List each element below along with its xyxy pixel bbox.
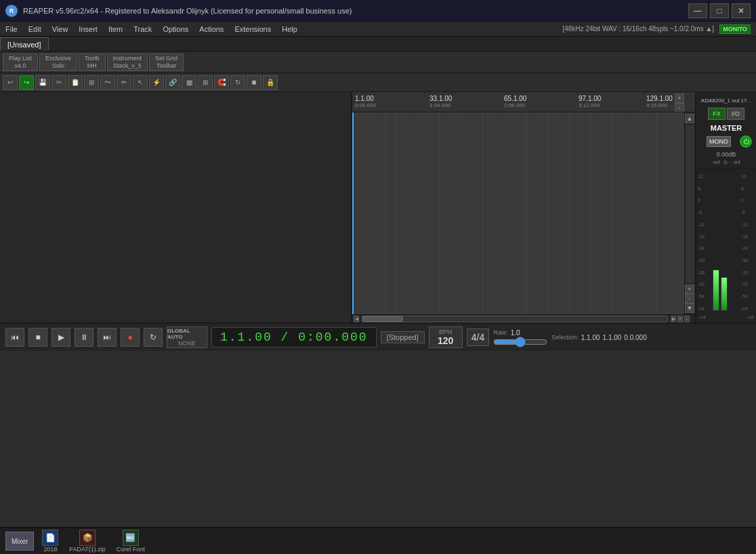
- zoom-out-h-button[interactable]: -: [685, 294, 694, 303]
- close-button[interactable]: ✕: [732, 3, 751, 18]
- zoom-in-timeline-button[interactable]: +: [677, 316, 683, 322]
- window-controls: — □ ✕: [688, 3, 751, 18]
- selection-end: 1.1.00: [603, 334, 622, 341]
- toolbar-group-1: Play List v4.0 Exclusive Solo Toolb MH I…: [3, 54, 184, 71]
- scrollbar-track: [362, 316, 668, 322]
- minimize-button[interactable]: —: [688, 3, 707, 18]
- menu-item[interactable]: Item: [103, 22, 128, 37]
- selection-label: Selection:: [551, 334, 579, 341]
- rate-label: Rate:: [493, 329, 508, 336]
- menu-view[interactable]: View: [47, 22, 74, 37]
- master-power-button[interactable]: ⏻: [740, 135, 752, 148]
- instrument-stack-button[interactable]: Instrument Stack_v_5: [107, 54, 148, 71]
- paste-icon[interactable]: 📋: [68, 75, 83, 90]
- menu-track[interactable]: Track: [128, 22, 157, 37]
- zoom-out-v-button[interactable]: -: [675, 103, 684, 112]
- tab-unsaved[interactable]: [Unsaved]: [0, 37, 49, 51]
- monitor-button[interactable]: MONITO: [719, 24, 751, 34]
- tab-bar: [Unsaved]: [0, 37, 756, 51]
- menu-insert[interactable]: Insert: [73, 22, 103, 37]
- split-icon[interactable]: ⚡: [149, 75, 164, 90]
- exclusive-solo-button[interactable]: Exclusive Solo: [39, 54, 77, 71]
- master-label: MASTER: [699, 123, 753, 133]
- scroll-left-button[interactable]: ◀: [354, 316, 359, 322]
- taskbar-item-2018[interactable]: 📄 2018: [39, 528, 61, 554]
- goto-start-button[interactable]: ⏮: [5, 328, 24, 347]
- mixer-tab[interactable]: Mixer: [5, 532, 34, 551]
- scrollbar-thumb[interactable]: [362, 316, 403, 322]
- menu-extensions[interactable]: Extensions: [229, 22, 276, 37]
- bpm-value[interactable]: 120: [438, 335, 453, 346]
- group-icon[interactable]: ⊞: [84, 75, 99, 90]
- snap-icon[interactable]: 🧲: [214, 75, 229, 90]
- zoom-in-v-button[interactable]: +: [675, 93, 684, 103]
- waveform-icon[interactable]: ▦: [182, 75, 196, 90]
- scroll-down-button[interactable]: ▼: [685, 303, 694, 313]
- horizontal-scrollbar[interactable]: ◀ ▶ + -: [352, 314, 695, 322]
- zoom-cluster: + -: [675, 93, 684, 112]
- zoom-out-timeline-button[interactable]: -: [684, 316, 690, 322]
- scroll-right-button[interactable]: ▶: [671, 316, 676, 322]
- cut-icon[interactable]: ✂: [51, 75, 66, 90]
- loop-icon[interactable]: ↻: [230, 75, 245, 90]
- ruler-mark-65: 65.1.00 2:08.000: [504, 95, 526, 108]
- menu-bar: File Edit View Insert Item Track Options…: [0, 22, 756, 37]
- maximize-button[interactable]: □: [710, 3, 729, 18]
- selection-start: 1.1.00: [581, 334, 600, 341]
- taskbar-item-fadat[interactable]: 📦 FADAT(1).zip: [66, 528, 108, 554]
- rate-slider[interactable]: [493, 338, 547, 346]
- rate-area: Rate: 1.0: [493, 329, 547, 346]
- loop-button[interactable]: ↻: [144, 328, 163, 347]
- stop-button[interactable]: ■: [28, 328, 47, 347]
- record-mode-icon[interactable]: ⏺: [247, 75, 261, 90]
- taskbar-item-corel[interactable]: 🔤 Corel Font: [114, 528, 148, 554]
- right-panel-header: ADA8200_1 out 17... FX I/O MASTER MONO ⏻…: [696, 92, 756, 169]
- time-display[interactable]: 1.1.00 / 0:00.000: [211, 327, 377, 347]
- record-button[interactable]: ●: [121, 328, 140, 347]
- ruler-mark-97: 97.1.00 3:12.000: [579, 95, 601, 108]
- meter-top-labels: -inf 0- -inf: [699, 159, 753, 165]
- grid-icon[interactable]: ⊞: [198, 75, 213, 90]
- scroll-up-button[interactable]: ▲: [685, 114, 694, 123]
- selection-length: 0.0.000: [624, 334, 646, 341]
- io-button[interactable]: I/O: [727, 108, 744, 120]
- meter-area: 12 6- 0 -6 -12 -16 -24 -30 -36 -42 -54 -…: [696, 169, 756, 322]
- lock-icon[interactable]: 🔒: [263, 75, 278, 90]
- vertical-scrollbar-thumb[interactable]: [686, 125, 694, 283]
- playlist-button[interactable]: Play List v4.0: [3, 54, 38, 71]
- menu-edit[interactable]: Edit: [23, 22, 47, 37]
- selection-area: Selection: 1.1.00 1.1.00 0.0.000: [551, 334, 647, 341]
- reaper-logo: R: [5, 5, 18, 17]
- menu-options[interactable]: Options: [157, 22, 194, 37]
- select-icon[interactable]: ↖: [133, 75, 148, 90]
- set-grid-button[interactable]: Set Grid Toolbar: [149, 54, 184, 71]
- fx-button[interactable]: FX: [708, 108, 726, 120]
- play-button[interactable]: ▶: [51, 328, 70, 347]
- envelope-icon[interactable]: 〜: [100, 75, 115, 90]
- toolbar2: ↩ ↪ 💾 ✂ 📋 ⊞ 〜 ✏ ↖ ⚡ 🔗 ▦ ⊞ 🧲 ↻ ⏺ 🔒: [0, 73, 756, 92]
- menu-file[interactable]: File: [0, 22, 23, 37]
- save-icon[interactable]: 💾: [35, 75, 50, 90]
- timesig-display[interactable]: 4/4: [467, 328, 489, 346]
- zoom-in-h-button[interactable]: +: [685, 284, 694, 294]
- pencil-icon[interactable]: ✏: [117, 75, 131, 90]
- arrange-canvas[interactable]: ▲ + - ▼: [352, 112, 695, 314]
- menu-actions[interactable]: Actions: [194, 22, 229, 37]
- arrange-area: 1.1.00 0:00.000 33.1.00 1:04.000 65.1.00…: [352, 92, 695, 322]
- redo-icon[interactable]: ↪: [19, 75, 34, 90]
- ruler-mark-129: 129.1.00 4:16.000: [646, 95, 673, 108]
- global-auto-box: GLOBAL AUTO NONE: [167, 326, 207, 348]
- menu-help[interactable]: Help: [276, 22, 303, 37]
- goto-end-button[interactable]: ⏭: [98, 328, 117, 347]
- global-auto-value: NONE: [178, 340, 196, 347]
- meter-bar-right: [721, 277, 728, 312]
- track-panel: [0, 92, 352, 322]
- taskbar-icon-2018: 📄: [42, 530, 58, 546]
- toolb-mh-button[interactable]: Toolb MH: [79, 54, 106, 71]
- undo-icon[interactable]: ↩: [3, 75, 18, 90]
- pause-button[interactable]: ⏸: [75, 328, 93, 347]
- timeline-ruler: 1.1.00 0:00.000 33.1.00 1:04.000 65.1.00…: [352, 92, 695, 112]
- glue-icon[interactable]: 🔗: [165, 75, 180, 90]
- mono-button[interactable]: MONO: [707, 136, 731, 147]
- ruler-mark-33: 33.1.00 1:04.000: [429, 95, 452, 108]
